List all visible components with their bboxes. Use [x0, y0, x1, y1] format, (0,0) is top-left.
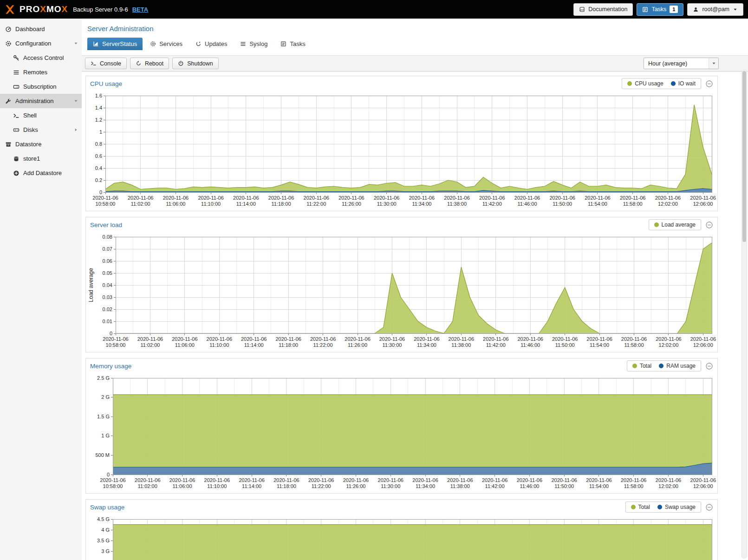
- collapse-icon[interactable]: [705, 362, 713, 370]
- svg-text:0.03: 0.03: [103, 294, 112, 300]
- legend-item: RAM usage: [659, 363, 696, 369]
- swap-usage-panel: Swap usage TotalSwap usage 0500 M1 G1.5 …: [85, 499, 718, 560]
- main-content: Server Administration ServerStatus Servi…: [82, 19, 748, 560]
- console-label: Console: [100, 60, 121, 67]
- collapse-icon[interactable]: [705, 503, 713, 511]
- svg-text:2020-11-0612:06:00: 2020-11-0612:06:00: [690, 336, 716, 348]
- timeframe-select[interactable]: Hour (average): [644, 58, 719, 69]
- svg-text:500 M: 500 M: [95, 452, 110, 458]
- svg-text:3 G: 3 G: [101, 548, 110, 554]
- sidebar-item-store1[interactable]: store1: [0, 151, 82, 166]
- svg-text:0.2: 0.2: [95, 177, 102, 183]
- svg-text:2020-11-0610:58:00: 2020-11-0610:58:00: [92, 195, 118, 207]
- shutdown-button[interactable]: Shutdown: [172, 58, 219, 69]
- svg-text:2020-11-0611:26:00: 2020-11-0611:26:00: [345, 336, 370, 348]
- beta-link[interactable]: BETA: [132, 6, 148, 13]
- documentation-button[interactable]: Documentation: [573, 3, 633, 16]
- cpu-usage-chart: 00.20.40.60.811.21.41.62020-11-0610:58:0…: [86, 91, 717, 211]
- memory-usage-panel: Memory usage TotalRAM usage 0500 M1 G1.5…: [85, 358, 718, 494]
- swap-usage-chart: 0500 M1 G1.5 G2 G2.5 G3 G3.5 G4 G4.5 G20…: [86, 514, 717, 560]
- sidebar-item-access-control[interactable]: Access Control: [0, 51, 82, 65]
- svg-text:2020-11-0611:46:00: 2020-11-0611:46:00: [517, 336, 543, 348]
- chart-legend: TotalSwap usage: [625, 501, 701, 513]
- svg-text:2020-11-0611:34:00: 2020-11-0611:34:00: [414, 336, 439, 348]
- sidebar-item-label: Configuration: [15, 40, 51, 47]
- chevron-down-icon: [711, 61, 716, 66]
- svg-text:2020-11-0611:54:00: 2020-11-0611:54:00: [586, 336, 612, 348]
- scrollbar-thumb[interactable]: [742, 71, 746, 242]
- user-menu-button[interactable]: root@pam: [687, 3, 743, 16]
- svg-text:2020-11-0611:34:00: 2020-11-0611:34:00: [409, 195, 435, 207]
- svg-text:2020-11-0611:30:00: 2020-11-0611:30:00: [378, 477, 403, 489]
- list-icon: [13, 69, 20, 76]
- sidebar-item-add-datastore[interactable]: Add Datastore: [0, 166, 82, 180]
- sidebar-item-administration[interactable]: Administration: [0, 94, 82, 108]
- product-version: Backup Server 0.9-6: [73, 6, 128, 13]
- tab-updates[interactable]: Updates: [190, 38, 233, 50]
- combo-trigger[interactable]: [709, 58, 718, 69]
- svg-text:2020-11-0612:02:00: 2020-11-0612:02:00: [655, 195, 681, 207]
- disk-icon: [13, 127, 20, 133]
- sidebar-item-configuration[interactable]: Configuration: [0, 36, 82, 51]
- tab-serverstatus[interactable]: ServerStatus: [87, 38, 143, 50]
- top-header: PROXMOX Backup Server 0.9-6 BETA Documen…: [0, 0, 748, 19]
- svg-text:1.6: 1.6: [95, 93, 102, 98]
- key-icon: [13, 55, 20, 61]
- server-load-chart: 00.010.020.030.040.050.060.070.082020-11…: [86, 232, 717, 352]
- svg-text:2020-11-0611:02:00: 2020-11-0611:02:00: [128, 195, 153, 207]
- svg-text:0: 0: [107, 472, 110, 477]
- tab-services[interactable]: Services: [144, 38, 188, 50]
- sidebar-item-label: Remotes: [23, 69, 47, 76]
- tab-syslog[interactable]: Syslog: [234, 38, 273, 50]
- sidebar-item-label: Disks: [23, 126, 38, 133]
- caret-down-icon[interactable]: [73, 98, 78, 104]
- reboot-icon: [136, 60, 142, 66]
- tasks-button[interactable]: Tasks 1: [637, 3, 683, 16]
- svg-text:2020-11-0612:02:00: 2020-11-0612:02:00: [656, 477, 681, 489]
- svg-text:2020-11-0611:10:00: 2020-11-0611:10:00: [204, 477, 230, 489]
- user-label: root@pam: [702, 6, 729, 13]
- brand-text: PROXMOX: [20, 4, 68, 14]
- collapse-icon[interactable]: [705, 80, 713, 88]
- tab-tasks[interactable]: Tasks: [275, 38, 311, 50]
- legend-item: Swap usage: [657, 504, 696, 510]
- svg-text:2020-11-0611:18:00: 2020-11-0611:18:00: [275, 336, 301, 348]
- svg-text:2020-11-0611:18:00: 2020-11-0611:18:00: [268, 195, 294, 207]
- sidebar-item-datastore[interactable]: Datastore: [0, 137, 82, 151]
- gear-icon: [150, 41, 156, 47]
- svg-text:2020-11-0611:38:00: 2020-11-0611:38:00: [449, 336, 474, 348]
- sidebar-item-disks[interactable]: Disks: [0, 123, 82, 137]
- svg-text:2020-11-0611:06:00: 2020-11-0611:06:00: [172, 336, 197, 348]
- reboot-button[interactable]: Reboot: [130, 58, 169, 69]
- svg-text:2.5 G: 2.5 G: [97, 375, 110, 381]
- area-chart-icon: [93, 41, 99, 47]
- svg-text:2020-11-0611:02:00: 2020-11-0611:02:00: [135, 477, 160, 489]
- sidebar-item-dashboard[interactable]: Dashboard: [0, 22, 82, 36]
- svg-text:2020-11-0611:26:00: 2020-11-0611:26:00: [343, 477, 369, 489]
- shutdown-label: Shutdown: [187, 60, 213, 67]
- book-icon: [579, 7, 585, 13]
- sidebar-item-shell[interactable]: Shell: [0, 108, 82, 123]
- svg-text:2020-11-0611:18:00: 2020-11-0611:18:00: [273, 477, 299, 489]
- vertical-scrollbar[interactable]: [741, 70, 747, 559]
- terminal-icon: [91, 60, 97, 66]
- svg-text:2020-11-0611:54:00: 2020-11-0611:54:00: [586, 477, 611, 489]
- gauge-icon: [5, 26, 12, 33]
- sidebar-item-subscription[interactable]: Subscription: [0, 79, 82, 94]
- svg-text:2020-11-0611:10:00: 2020-11-0611:10:00: [207, 336, 232, 348]
- panel-title: Memory usage: [90, 363, 131, 370]
- console-button[interactable]: Console: [85, 58, 127, 69]
- caret-down-icon[interactable]: [73, 41, 78, 46]
- caret-right-icon[interactable]: [73, 127, 78, 132]
- svg-text:0.6: 0.6: [95, 153, 102, 159]
- svg-text:4.5 G: 4.5 G: [97, 516, 110, 522]
- sidebar-item-label: Datastore: [15, 141, 41, 148]
- svg-text:2020-11-0611:30:00: 2020-11-0611:30:00: [374, 195, 399, 207]
- sidebar-item-remotes[interactable]: Remotes: [0, 65, 82, 79]
- svg-text:2020-11-0611:06:00: 2020-11-0611:06:00: [163, 195, 189, 207]
- collapse-icon[interactable]: [705, 221, 713, 229]
- sidebar: DashboardConfigurationAccess ControlRemo…: [0, 19, 82, 560]
- svg-text:0.8: 0.8: [95, 141, 102, 147]
- cpu-usage-panel: CPU usage CPU usageIO wait 00.20.40.60.8…: [85, 76, 718, 211]
- svg-text:1 G: 1 G: [101, 433, 110, 438]
